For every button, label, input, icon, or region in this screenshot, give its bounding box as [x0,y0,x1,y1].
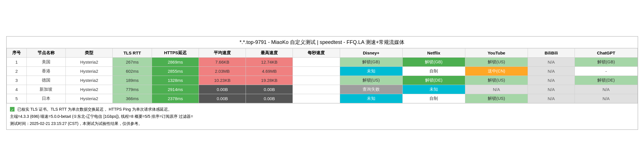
header-bilibili: BiliBili [528,48,575,57]
table-body: 1美国Hysteria2267ms2869ms7.66KB12.74KB解锁(G… [7,57,637,103]
cell-max: 0.00B [246,85,293,94]
cell-name: 德国 [26,76,66,85]
results-table: 序号 节点名称 类型 TLS RTT HTTPS延迟 平均速度 最高速度 每秒速… [7,48,638,103]
cell-max: 4.69MB [246,66,293,76]
cell-tls: 267ms [113,57,152,66]
table-row: 2香港Hysteria2602ms2855ms2.03MB4.69MB未知自制送… [7,66,637,76]
header-avg: 平均速度 [199,48,246,57]
header-index: 序号 [7,48,26,57]
cell-disney: 未知 [340,66,402,76]
cell-youtube: 解锁(US) [465,57,528,66]
cell-max: 12.74KB [246,57,293,66]
cell-max: 19.28KB [246,76,293,85]
footer-text-3: 测试时间：2025-02-21 23:15:27 (CST)，本测试为试验性结果… [10,121,142,126]
page-title: *.*.top-9791 - MiaoKo 自定义测试 | speedtest … [7,37,638,48]
cell-bilibili: N/A [528,76,575,85]
cell-chatgpt: 解锁(GB) [575,57,637,66]
header-https: HTTPS延迟 [152,48,199,57]
header-tls: TLS RTT [113,48,152,57]
cell-name: 香港 [26,66,66,76]
cell-https: 2378ms [152,94,199,103]
cell-index: 2 [7,66,26,76]
cell-index: 4 [7,85,26,94]
cell-name: 新加坡 [26,85,66,94]
cell-index: 3 [7,76,26,85]
cell-youtube: 解锁(US) [465,94,528,103]
cell-type: Hysteria2 [66,57,113,66]
cell-avg: 2.03MB [199,66,246,76]
table-row: 4新加坡Hysteria2779ms2914ms0.00B0.00B查询失败未知… [7,85,637,94]
header-netflix: Netflix [402,48,465,57]
table-header-row: 序号 节点名称 类型 TLS RTT HTTPS延迟 平均速度 最高速度 每秒速… [7,48,637,57]
main-container: *.*.top-9791 - MiaoKo 自定义测试 | speedtest … [6,36,638,130]
cell-netflix: 解锁(GB) [402,57,465,66]
cell-type: Hysteria2 [66,66,113,76]
cell-netflix: 未知 [402,85,465,94]
cell-avg: 10.23KB [199,76,246,85]
table-row: 1美国Hysteria2267ms2869ms7.66KB12.74KB解锁(G… [7,57,637,66]
cell-chatgpt: N/A [575,94,637,103]
cell-bilibili: N/A [528,66,575,76]
cell-type: Hysteria2 [66,85,113,94]
cell-disney: 未知 [340,94,402,103]
cell-avg: 0.00B [199,85,246,94]
cell-netflix: 解锁(DE) [402,76,465,85]
cell-per [293,76,340,85]
cell-index: 1 [7,57,26,66]
title-text: *.*.top-9791 - MiaoKo 自定义测试 | speedtest … [240,39,404,45]
cell-name: 日本 [26,94,66,103]
header-youtube: YouTube [465,48,528,57]
footer-text-1: 已核实 TLS 证书。TLS RTT 为单次数据交换延迟， HTTPS Ping… [17,106,172,113]
table-row: 5日本Hysteria2366ms2378ms0.00B0.00B未知自制解锁(… [7,94,637,103]
cell-bilibili: N/A [528,85,575,94]
cell-tls: 189ms [113,76,152,85]
cell-https: 1328ms [152,76,199,85]
cell-disney: 查询失败 [340,85,402,94]
header-chatgpt: ChatGPT [575,48,637,57]
cell-bilibili: N/A [528,94,575,103]
header-disney: Disney+ [340,48,402,57]
table-row: 3德国Hysteria2189ms1328ms10.23KB19.28KB解锁(… [7,76,637,85]
cell-bilibili: N/A [528,57,575,66]
cell-youtube: 送中(CN) [465,66,528,76]
cell-avg: 0.00B [199,94,246,103]
cell-avg: 7.66KB [199,57,246,66]
header-max: 最高速度 [246,48,293,57]
checkbox-icon [10,107,15,112]
cell-per [293,85,340,94]
cell-per [293,57,340,66]
cell-youtube: N/A [465,85,528,94]
cell-chatgpt: - [575,66,637,76]
cell-index: 5 [7,94,26,103]
cell-https: 2914ms [152,85,199,94]
cell-max: 0.00B [246,94,293,103]
cell-chatgpt: 解锁(DE) [575,76,637,85]
cell-type: Hysteria2 [66,94,113,103]
cell-tls: 366ms [113,94,152,103]
cell-tls: 779ms [113,85,152,94]
cell-netflix: 自制 [402,94,465,103]
footer-line-1: 已核实 TLS 证书。TLS RTT 为单次数据交换延迟， HTTPS Ping… [10,106,634,113]
cell-disney: 解锁(US) [340,76,402,85]
cell-https: 2869ms [152,57,199,66]
cell-per [293,66,340,76]
cell-disney: 解锁(GB) [340,57,402,66]
header-name: 节点名称 [26,48,66,57]
header-per: 每秒速度 [293,48,340,57]
footer-section: 已核实 TLS 证书。TLS RTT 为单次数据交换延迟， HTTPS Ping… [7,103,638,130]
cell-youtube: 解锁(US) [465,76,528,85]
footer-line-3: 测试时间：2025-02-21 23:15:27 (CST)，本测试为试验性结果… [10,120,634,127]
cell-name: 美国 [26,57,66,66]
cell-type: Hysteria2 [66,76,113,85]
cell-https: 2855ms [152,66,199,76]
cell-tls: 602ms [113,66,152,76]
footer-line-2: 主端=4.3.3 (696) 喵速=5.0.0-beta4 (①东北-辽宁电信 … [10,113,634,120]
header-type: 类型 [66,48,113,57]
cell-netflix: 自制 [402,66,465,76]
cell-per [293,94,340,103]
cell-chatgpt: N/A [575,85,637,94]
footer-text-2: 主端=4.3.3 (696) 喵速=5.0.0-beta4 (①东北-辽宁电信 … [10,114,193,119]
